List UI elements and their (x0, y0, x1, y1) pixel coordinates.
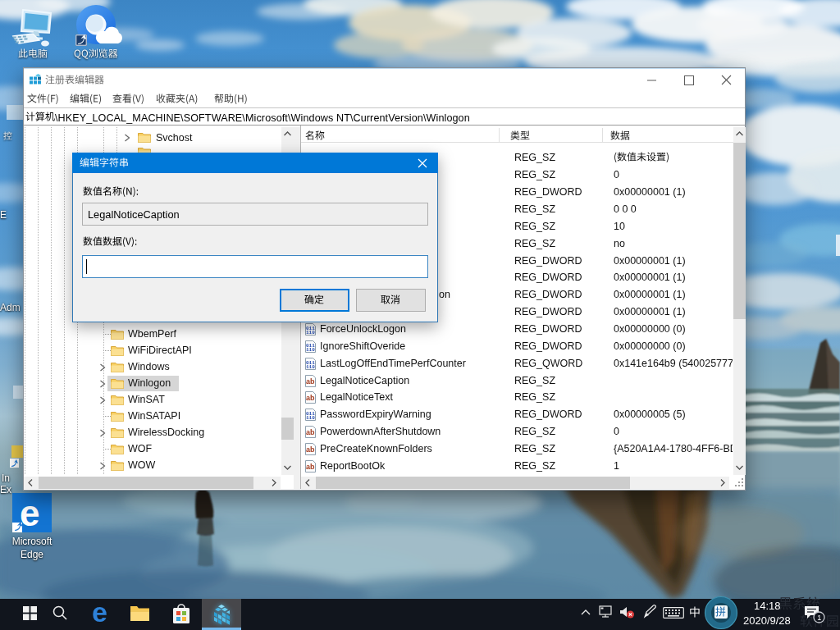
svg-text:ab: ab (306, 377, 315, 386)
svg-text:ab: ab (306, 463, 315, 471)
svg-text:110: 110 (306, 347, 315, 353)
svg-text:110: 110 (306, 415, 315, 421)
svg-text:ab: ab (306, 445, 315, 454)
svg-text:1: 1 (817, 614, 821, 622)
svg-text:ab: ab (306, 394, 315, 402)
svg-text:110: 110 (306, 364, 315, 370)
svg-text:ab: ab (306, 428, 315, 436)
svg-text:110: 110 (306, 330, 315, 336)
